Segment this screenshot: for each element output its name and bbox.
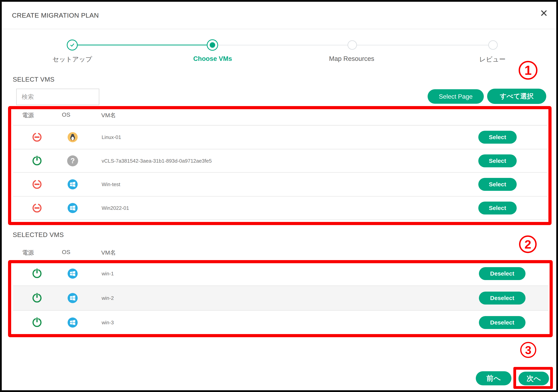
vm-name: win-2 [102,295,114,301]
select-button[interactable]: Select [478,178,517,191]
annotation-number-2: 2 [519,235,537,253]
step-setup-check-icon[interactable] [67,40,78,51]
deselect-button[interactable]: Deselect [479,316,525,329]
power-on-icon [32,293,43,304]
vm-name: Win2022-01 [102,205,129,211]
vm-name: win-1 [102,271,114,277]
step-label-choose-vms[interactable]: Choose VMs [193,55,232,62]
table-row: win-3 Deselect [13,311,549,334]
column-header-os: OS [62,111,70,118]
power-off-icon [32,132,43,143]
table-row: ? vCLS-7a381542-3aea-31b1-893d-0a9712ae3… [13,149,547,173]
deselect-button[interactable]: Deselect [479,292,525,305]
table-row: Win-test Select [13,173,547,196]
column-header-vm-name: VM名 [101,249,116,257]
select-page-button[interactable]: Select Page [427,89,484,104]
power-on-icon [32,268,43,279]
previous-button[interactable]: 前へ [476,371,511,385]
stepper-connector-todo [218,45,348,45]
next-button[interactable]: 次へ [518,372,549,385]
stepper-connector-todo [357,45,488,45]
step-review-icon[interactable] [488,40,498,50]
annotation-number-1: 1 [519,61,537,80]
search-input[interactable] [16,89,99,105]
page-title: CREATE MIGRATION PLAN [12,12,99,19]
header-divider [2,29,556,29]
windows-icon [67,268,78,279]
power-on-icon [32,317,43,328]
step-map-resources-icon[interactable] [348,40,357,50]
step-label-map-resources[interactable]: Map Resources [329,55,374,62]
step-label-setup[interactable]: セットアップ [52,55,92,64]
power-on-icon [32,155,43,166]
vm-name: Linux-01 [102,134,121,140]
create-migration-plan-dialog: CREATE MIGRATION PLAN ✕ セットアップ Choose VM… [0,0,558,392]
close-icon[interactable]: ✕ [540,9,548,18]
column-header-power: 電源 [22,111,34,119]
power-off-icon [32,203,43,213]
column-header-power: 電源 [22,249,34,257]
column-header-vm-name: VM名 [101,111,116,119]
unknown-os-icon: ? [67,155,78,166]
table-row: Linux-01 Select [13,126,547,149]
windows-icon [67,317,78,328]
stepper-connector-done [77,45,208,45]
column-header-os: OS [62,249,70,256]
select-vms-heading: SELECT VMS [13,76,54,83]
vm-name: vCLS-7a381542-3aea-31b1-893d-0a9712ae3fe… [102,158,212,164]
table-row: win-1 Deselect [13,262,549,286]
vm-name: Win-test [102,181,120,187]
deselect-button[interactable]: Deselect [479,267,525,280]
windows-icon [67,293,78,304]
annotation-number-3: 3 [520,342,536,358]
step-choose-vms-icon[interactable] [207,39,218,51]
table-row: Win2022-01 Select [13,196,547,220]
step-label-review[interactable]: レビュー [479,55,506,64]
select-button[interactable]: Select [478,154,517,167]
select-button[interactable]: Select [478,131,517,144]
select-button[interactable]: Select [478,202,517,214]
vm-name: win-3 [102,320,114,326]
windows-icon [67,179,78,190]
select-all-button[interactable]: すべて選択 [487,89,546,104]
table-row: win-2 Deselect [13,286,549,311]
selected-vms-heading: SELECTED VMS [13,231,64,239]
power-off-icon [32,179,43,190]
windows-icon [67,203,78,213]
linux-icon [67,132,78,143]
